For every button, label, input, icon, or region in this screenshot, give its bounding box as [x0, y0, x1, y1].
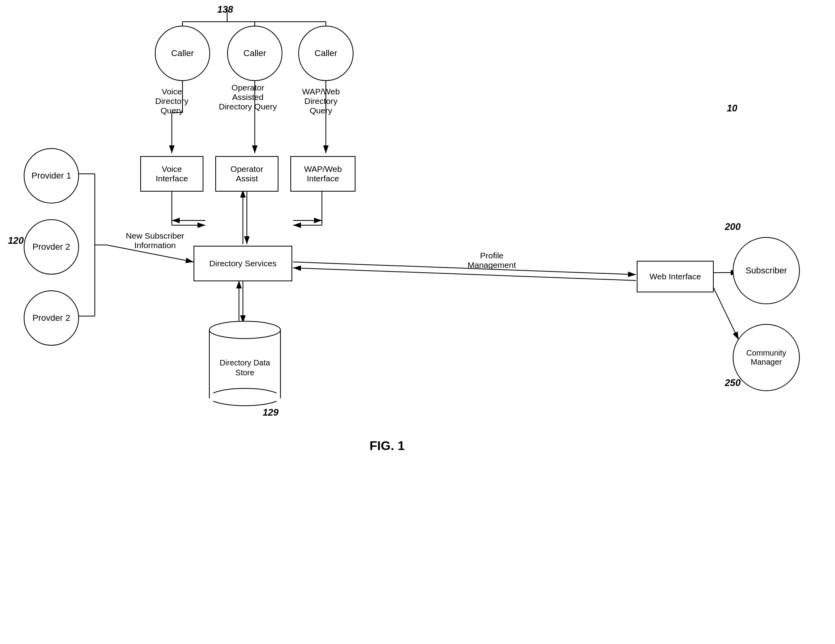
provider1-node: Provider 1	[24, 148, 79, 203]
voice-interface-rect: Voice Interface	[140, 156, 203, 192]
profile-management-label: Profile Management	[456, 251, 527, 270]
ref-200: 200	[725, 221, 741, 232]
subscriber-node: Subscriber	[733, 237, 800, 304]
web-interface-rect: Web Interface	[637, 261, 714, 292]
svg-text:Directory Data: Directory Data	[220, 358, 271, 367]
caller2-node: Caller	[227, 26, 282, 81]
ref-10: 10	[727, 103, 737, 114]
voice-query-label: Voice Directory Query	[146, 87, 197, 115]
provider3-node: Provder 2	[24, 290, 79, 346]
ref-250: 250	[725, 377, 741, 388]
operator-assist-label: Operator Assist	[231, 164, 263, 183]
new-subscriber-label: New Subscriber Information	[118, 231, 192, 250]
ref-120: 120	[8, 235, 24, 246]
wap-query-label: WAP/Web Directory Query	[292, 87, 350, 115]
directory-data-store-cylinder: Directory Data Store	[205, 320, 284, 411]
svg-rect-42	[210, 393, 280, 401]
provider2-node: Provder 2	[24, 219, 79, 275]
wap-interface-label: WAP/Web Interface	[304, 164, 342, 183]
caller3-node: Caller	[298, 26, 354, 81]
operator-query-label: Operator Assisted Directory Query	[215, 83, 280, 111]
community-manager-node: Community Manager	[733, 324, 800, 391]
caller1-node: Caller	[155, 26, 210, 81]
directory-services-rect: Directory Services	[194, 246, 292, 281]
community-manager-label: Community Manager	[746, 348, 786, 367]
figure-caption: FIG. 1	[308, 439, 466, 453]
svg-text:Store: Store	[235, 368, 254, 377]
operator-assist-rect: Operator Assist	[215, 156, 278, 192]
svg-line-38	[711, 282, 739, 340]
voice-interface-label: Voice Interface	[156, 164, 188, 183]
wap-interface-rect: WAP/Web Interface	[290, 156, 355, 192]
svg-point-40	[209, 321, 280, 339]
ref-138: 138	[217, 4, 233, 15]
